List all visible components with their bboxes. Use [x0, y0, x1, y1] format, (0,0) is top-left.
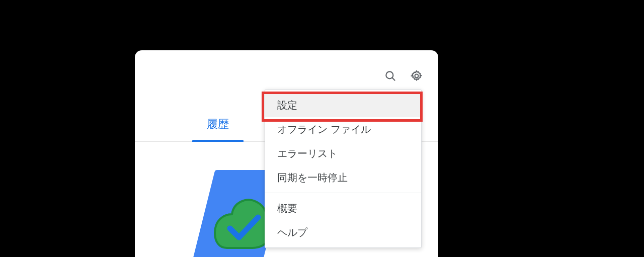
tab-history-label: 履歴	[207, 117, 229, 132]
top-icon-bar	[383, 68, 424, 83]
settings-menu: 設定 オフライン ファイル エラーリスト 同期を一時停止 概要 ヘルプ	[265, 90, 422, 248]
menu-item-about[interactable]: 概要	[265, 196, 421, 220]
menu-item-label: エラーリスト	[277, 147, 338, 160]
menu-item-help[interactable]: ヘルプ	[265, 220, 421, 244]
menu-item-label: 同期を一時停止	[277, 171, 348, 185]
app-panel: 履歴 設定 オフライン ファイル エラーリスト 同期を一時停止	[135, 50, 438, 257]
menu-item-label: 設定	[277, 99, 297, 112]
svg-point-2	[415, 74, 419, 78]
menu-item-pause-sync[interactable]: 同期を一時停止	[265, 165, 421, 190]
menu-item-settings[interactable]: 設定	[265, 93, 421, 117]
menu-item-label: オフライン ファイル	[277, 123, 371, 136]
search-icon[interactable]	[383, 68, 398, 83]
menu-item-error-list[interactable]: エラーリスト	[265, 141, 421, 165]
sync-status-icon	[204, 170, 274, 257]
tab-history[interactable]: 履歴	[191, 114, 245, 142]
gear-icon[interactable]	[409, 68, 424, 83]
svg-point-0	[386, 71, 393, 78]
svg-line-1	[392, 77, 395, 80]
menu-item-label: 概要	[277, 202, 297, 215]
menu-item-offline-files[interactable]: オフライン ファイル	[265, 117, 421, 141]
menu-item-label: ヘルプ	[277, 226, 307, 239]
